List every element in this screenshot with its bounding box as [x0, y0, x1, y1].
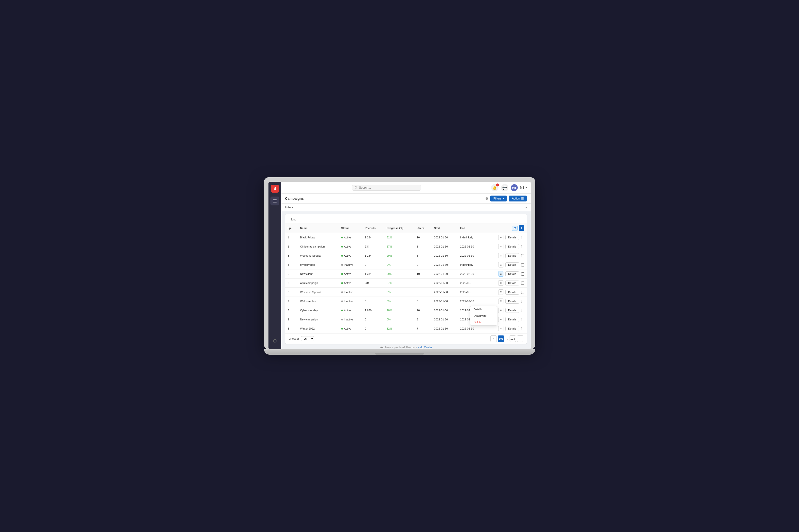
- tab-list[interactable]: List: [289, 216, 298, 223]
- row-details-button[interactable]: Details: [505, 271, 519, 276]
- row-menu-button[interactable]: ≡: [498, 235, 504, 240]
- cell-lp: 2: [285, 279, 298, 288]
- col-name[interactable]: Name ↑: [297, 223, 339, 233]
- cell-lp: 1: [285, 233, 298, 242]
- table-row: 3 Weekend Special Active 1 234 29% 5 202…: [285, 251, 527, 260]
- cell-start: 2022-01-30: [432, 279, 457, 288]
- row-menu-button[interactable]: ≡: [498, 289, 504, 295]
- current-page-button[interactable]: 101: [498, 336, 504, 342]
- filters-toggle[interactable]: ▾: [525, 206, 527, 209]
- cell-progress: 99%: [384, 269, 414, 279]
- row-checkbox[interactable]: [521, 272, 524, 276]
- row-details-button[interactable]: Details: [505, 308, 519, 313]
- cell-status: Active: [339, 242, 362, 251]
- context-menu-delete[interactable]: Delete: [470, 319, 497, 325]
- app-logo[interactable]: S: [271, 185, 279, 193]
- cell-records: 0: [362, 324, 384, 333]
- avatar[interactable]: MB: [511, 184, 518, 191]
- cell-progress: 57%: [384, 242, 414, 251]
- cell-name: New campaign: [297, 315, 339, 324]
- filters-button[interactable]: Filters ▾: [490, 195, 507, 202]
- cell-status: Active: [339, 251, 362, 260]
- row-menu-button[interactable]: ≡: [498, 299, 504, 304]
- row-checkbox[interactable]: [521, 309, 524, 312]
- last-page-button[interactable]: 123: [510, 336, 516, 342]
- settings-button[interactable]: ⚙: [485, 196, 488, 201]
- context-menu-details[interactable]: Details: [470, 306, 497, 312]
- lines-select[interactable]: Lines: 25 25 50 100: [289, 336, 314, 341]
- lines-dropdown[interactable]: 25 50 100: [301, 336, 314, 341]
- cell-records: 234: [362, 242, 384, 251]
- row-menu-button[interactable]: ≡: [498, 253, 504, 258]
- search-box[interactable]: [352, 185, 421, 191]
- cell-start: 2022-01-30: [432, 288, 457, 297]
- messages-icon[interactable]: 💬: [501, 184, 508, 191]
- row-checkbox[interactable]: [521, 254, 524, 258]
- table-row: 4 Mystery box Inactive 0 0% 0 2022-01-30…: [285, 260, 527, 269]
- row-details-button[interactable]: Details: [505, 244, 519, 249]
- context-menu: Details Deactivate Delete: [470, 306, 497, 326]
- cell-start: 2022-01-30: [432, 324, 457, 333]
- topbar-icons: 🔔 💬 MB MB: [491, 184, 527, 191]
- prev-page-button[interactable]: ‹: [490, 336, 497, 342]
- cell-end: Indefinitely: [457, 260, 484, 269]
- user-menu[interactable]: MB: [520, 186, 527, 189]
- cell-users: 3: [414, 279, 432, 288]
- cell-start: 2022-01-30: [432, 297, 457, 306]
- help-center-link[interactable]: Help Center: [418, 346, 432, 349]
- cell-lp: 4: [285, 260, 298, 269]
- search-input[interactable]: [359, 186, 418, 189]
- status-dot-icon: [341, 309, 343, 311]
- cell-name: Black Friday: [297, 233, 339, 242]
- cell-users: 20: [414, 306, 432, 315]
- cell-end: 2022-0...: [457, 279, 484, 288]
- cell-progress: 18%: [384, 306, 414, 315]
- row-checkbox[interactable]: [521, 236, 524, 239]
- status-dot-icon: [341, 301, 343, 302]
- row-details-button[interactable]: Details: [505, 326, 519, 331]
- cell-row-actions: ≡ Details: [484, 251, 527, 260]
- row-checkbox[interactable]: [521, 327, 524, 330]
- row-menu-button[interactable]: ≡: [498, 271, 504, 277]
- cell-status: Active: [339, 306, 362, 315]
- cell-name: Mystery box: [297, 260, 339, 269]
- grid-view-button[interactable]: ⊞: [512, 226, 518, 231]
- row-details-button[interactable]: Details: [505, 253, 519, 258]
- row-checkbox[interactable]: [521, 263, 524, 266]
- row-menu-button[interactable]: ≡: [498, 326, 504, 331]
- action-button[interactable]: Action ☰: [509, 195, 527, 202]
- cell-lp: 3: [285, 251, 298, 260]
- row-checkbox[interactable]: [521, 318, 524, 321]
- row-menu-button[interactable]: ≡: [498, 280, 504, 286]
- row-details-button[interactable]: Details: [505, 317, 519, 322]
- row-checkbox[interactable]: [521, 282, 524, 285]
- cell-status: Inactive: [339, 288, 362, 297]
- notifications-icon[interactable]: 🔔: [491, 184, 498, 191]
- row-checkbox[interactable]: [521, 300, 524, 303]
- row-details-button[interactable]: Details: [505, 299, 519, 304]
- tab-header: List: [285, 214, 527, 223]
- row-menu-button[interactable]: ≡: [498, 317, 504, 322]
- row-details-button[interactable]: Details: [505, 281, 519, 285]
- add-button[interactable]: +: [519, 225, 524, 231]
- cell-users: 5: [414, 288, 432, 297]
- row-details-button[interactable]: Details: [505, 262, 519, 267]
- sidebar: S ?: [269, 182, 281, 349]
- row-checkbox[interactable]: [521, 291, 524, 294]
- cell-progress: 29%: [384, 251, 414, 260]
- cell-progress: 0%: [384, 288, 414, 297]
- row-details-button[interactable]: Details: [505, 235, 519, 240]
- next-page-button[interactable]: ›: [517, 336, 523, 342]
- cell-records: 0: [362, 315, 384, 324]
- cell-name: Weekend Special: [297, 288, 339, 297]
- row-menu-button[interactable]: ≡: [498, 244, 504, 249]
- sidebar-help-icon[interactable]: ?: [270, 337, 279, 345]
- row-checkbox[interactable]: [521, 245, 524, 248]
- row-menu-button[interactable]: ≡: [498, 308, 504, 313]
- row-details-button[interactable]: Details: [505, 290, 519, 294]
- row-menu-button[interactable]: ≡: [498, 262, 504, 267]
- col-end: End: [457, 223, 484, 233]
- cell-records: 1 650: [362, 306, 384, 315]
- sidebar-nav-menu[interactable]: [270, 196, 279, 205]
- context-menu-deactivate[interactable]: Deactivate: [470, 312, 497, 319]
